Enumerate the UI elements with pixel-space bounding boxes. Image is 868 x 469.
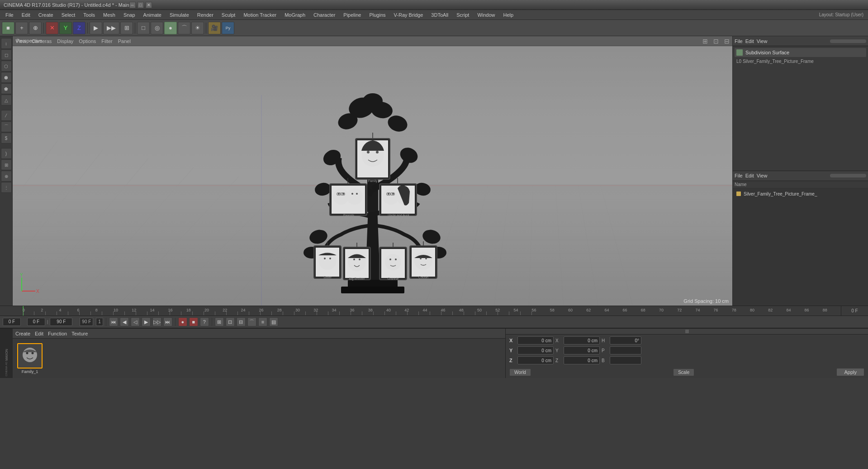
- toolbar-spline[interactable]: ⌒: [178, 22, 190, 34]
- mat-menu-create[interactable]: Create: [15, 331, 30, 336]
- mode-world-button[interactable]: World: [509, 368, 531, 376]
- menu-create[interactable]: Create: [35, 11, 57, 19]
- tool-snap[interactable]: ⊕: [1, 171, 12, 182]
- close-button[interactable]: ✕: [146, 2, 152, 8]
- tool-more[interactable]: ⋮: [1, 182, 12, 193]
- maximize-button[interactable]: □: [138, 2, 144, 8]
- menu-snap[interactable]: Snap: [120, 11, 139, 19]
- vp-menu-options[interactable]: Options: [79, 38, 96, 44]
- rp-menu-view2[interactable]: View: [757, 173, 768, 178]
- menu-motion-tracker[interactable]: Motion Tracker: [240, 11, 280, 19]
- transport-motion[interactable]: ⊟: [237, 317, 246, 326]
- transport-to-start[interactable]: ⏮: [109, 317, 118, 326]
- rp-scrollbar-top[interactable]: [830, 39, 866, 43]
- transport-timeline2[interactable]: ▤: [269, 317, 278, 326]
- rp-menu-view[interactable]: View: [757, 38, 768, 44]
- mode-scale-button[interactable]: Scale: [673, 368, 694, 376]
- tool-move[interactable]: ↕: [1, 38, 12, 49]
- toolbar-object[interactable]: □: [137, 22, 150, 34]
- coord-rot-h[interactable]: [610, 336, 641, 345]
- menu-plugins[interactable]: Plugins: [365, 11, 389, 19]
- coord-x-size[interactable]: [564, 336, 600, 345]
- preview-fps2[interactable]: 1: [96, 318, 103, 326]
- transport-help[interactable]: ?: [200, 317, 209, 326]
- toolbar-camera[interactable]: 🎥: [208, 22, 221, 34]
- rp-menu-file[interactable]: File: [735, 38, 743, 44]
- menu-script[interactable]: Script: [453, 11, 473, 19]
- vp-icon-camera[interactable]: ⊡: [713, 38, 719, 45]
- vp-menu-filter[interactable]: Filter: [101, 38, 112, 44]
- coord-z-pos[interactable]: [517, 356, 554, 364]
- tool-select[interactable]: ◻: [1, 49, 12, 60]
- coord-y-size[interactable]: [564, 346, 600, 354]
- frame-current[interactable]: 0 F: [3, 318, 21, 326]
- frame-end[interactable]: 90 F: [50, 318, 72, 326]
- menu-help[interactable]: Help: [500, 11, 517, 19]
- menu-sculpt[interactable]: Sculpt: [218, 11, 239, 19]
- tool-edge[interactable]: △: [1, 95, 12, 105]
- menu-3dtoall[interactable]: 3DToAll: [427, 11, 452, 19]
- transport-play[interactable]: ▶: [142, 317, 151, 326]
- menu-pipeline[interactable]: Pipeline: [340, 11, 365, 19]
- transport-curve[interactable]: ⌒: [247, 317, 256, 326]
- toolbar-light[interactable]: ☀: [191, 22, 204, 34]
- menu-character[interactable]: Character: [310, 11, 339, 19]
- menu-file[interactable]: File: [2, 11, 17, 19]
- tool-sculpt1[interactable]: ): [1, 148, 12, 159]
- material-family1[interactable]: Family_1: [15, 343, 44, 374]
- apply-button[interactable]: Apply: [836, 368, 864, 376]
- transport-step-back[interactable]: ◁: [131, 317, 140, 326]
- transport-record[interactable]: ●: [178, 317, 187, 326]
- transport-stop[interactable]: ■: [189, 317, 198, 326]
- obj-item-family-tree[interactable]: Silver_Family_Tree_Picture_Frame_: [735, 190, 866, 198]
- transport-snap[interactable]: ⊡: [226, 317, 235, 326]
- tool-paint[interactable]: ⬡: [1, 61, 12, 72]
- vp-menu-view[interactable]: View: [15, 38, 26, 44]
- rp-menu-edit2[interactable]: Edit: [745, 173, 754, 178]
- tool-knife[interactable]: ⬢: [1, 72, 12, 83]
- mat-menu-function[interactable]: Function: [48, 331, 67, 336]
- coord-x-pos[interactable]: [517, 336, 554, 345]
- menu-mograph[interactable]: MoGraph: [281, 11, 309, 19]
- vp-icon-grid[interactable]: ⊞: [702, 38, 708, 45]
- transport-to-end[interactable]: ⏭: [163, 317, 172, 326]
- subdivision-surface-item[interactable]: Subdivision Surface: [735, 48, 866, 57]
- transport-play-fast[interactable]: ▷▷: [152, 317, 161, 326]
- toolbar-x-axis[interactable]: ✕: [46, 22, 58, 34]
- rp-scrollbar-bottom[interactable]: [830, 174, 866, 177]
- toolbar-add[interactable]: +: [15, 22, 28, 34]
- rp-menu-edit[interactable]: Edit: [745, 38, 754, 44]
- transport-play-back[interactable]: ◀: [120, 317, 129, 326]
- menu-mesh[interactable]: Mesh: [100, 11, 119, 19]
- toolbar-move[interactable]: ⊕: [29, 22, 42, 34]
- tool-curve[interactable]: ⌒: [1, 121, 12, 132]
- coord-y-pos[interactable]: [517, 346, 554, 354]
- transport-keys[interactable]: ⊞: [215, 317, 224, 326]
- viewport[interactable]: View Cameras Display Options Filter Pane…: [13, 36, 732, 306]
- menu-tools[interactable]: Tools: [80, 11, 99, 19]
- tool-dollar[interactable]: $: [1, 133, 12, 144]
- frame-start[interactable]: 0 F: [27, 318, 45, 326]
- vp-menu-cameras[interactable]: Cameras: [32, 38, 52, 44]
- tool-line[interactable]: ∕: [1, 110, 12, 121]
- coord-z-size[interactable]: [564, 356, 600, 364]
- toolbar-active-green[interactable]: ●: [164, 22, 177, 34]
- menu-render[interactable]: Render: [194, 11, 217, 19]
- toolbar-render3[interactable]: ⊞: [120, 22, 133, 34]
- vp-icon-expand[interactable]: ⊟: [724, 38, 730, 45]
- timeline-numbers[interactable]: 0246810121416182022242628303234363840424…: [23, 306, 841, 316]
- tool-poly[interactable]: ⬟: [1, 83, 12, 94]
- vp-menu-display[interactable]: Display: [57, 38, 73, 44]
- menu-select[interactable]: Select: [58, 11, 79, 19]
- minimize-button[interactable]: ─: [129, 2, 136, 8]
- toolbar-render2[interactable]: ▶▶: [103, 22, 119, 34]
- coord-rot-p[interactable]: [610, 346, 641, 354]
- rp-menu-file2[interactable]: File: [735, 173, 743, 178]
- preview-fps[interactable]: 90 F: [80, 318, 93, 326]
- coord-rot-b[interactable]: [610, 356, 641, 364]
- menu-vray[interactable]: V-Ray Bridge: [390, 11, 427, 19]
- toolbar-py[interactable]: Py: [222, 22, 234, 34]
- mat-menu-edit[interactable]: Edit: [35, 331, 43, 336]
- transport-nla[interactable]: ≡: [258, 317, 267, 326]
- mat-menu-texture[interactable]: Texture: [71, 331, 88, 336]
